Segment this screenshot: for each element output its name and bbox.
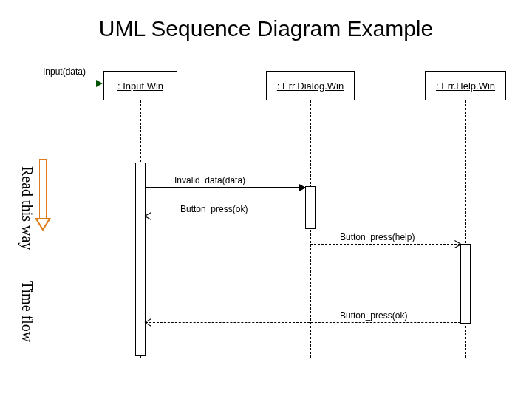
actor-err-dialog-win: : Err.Dialog.Win	[266, 71, 355, 100]
input-event-arrow	[38, 83, 102, 83]
lifeline-err-dialog-win	[310, 100, 311, 358]
actor-input-win: : Input Win	[103, 71, 177, 100]
activation-input-win	[135, 163, 146, 356]
activation-err-help-win	[460, 244, 471, 324]
msg-invalid-data-label: Invalid_data(data)	[174, 175, 245, 185]
sequence-diagram: Input(data) : Input Win : Err.Dialog.Win…	[0, 66, 532, 384]
time-flow-label: Time flow	[18, 281, 35, 342]
activation-err-dialog-win	[305, 186, 316, 229]
read-direction-arrow-icon	[36, 159, 50, 233]
actor-err-help-win: : Err.Help.Win	[425, 71, 506, 100]
msg-button-ok-1	[146, 216, 305, 216]
msg-button-help-label: Button_press(help)	[340, 232, 415, 242]
msg-button-ok-1-label: Button_press(ok)	[180, 204, 248, 214]
msg-button-ok-2	[146, 322, 460, 323]
input-event-label: Input(data)	[43, 66, 86, 77]
slide-title: UML Sequence Diagram Example	[0, 16, 532, 41]
msg-button-help	[310, 244, 460, 245]
msg-button-ok-2-label: Button_press(ok)	[340, 310, 407, 321]
msg-invalid-data	[146, 187, 305, 188]
read-this-way-label: Read this way	[18, 166, 35, 250]
